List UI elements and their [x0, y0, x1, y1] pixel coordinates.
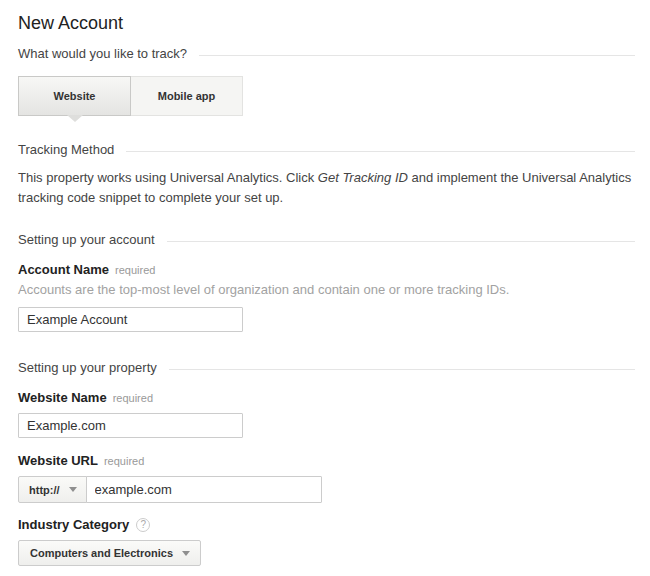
account-name-input[interactable] — [18, 307, 243, 332]
url-protocol-value: http:// — [29, 484, 60, 496]
website-name-input[interactable] — [18, 413, 243, 438]
required-badge: required — [104, 455, 144, 467]
industry-category-label-text: Industry Category — [18, 517, 129, 532]
industry-category-label: Industry Category ? — [18, 517, 635, 532]
divider-line — [126, 151, 635, 152]
required-badge: required — [113, 392, 153, 404]
website-name-label: Website Namerequired — [18, 390, 635, 406]
tab-website-label: Website — [54, 90, 96, 102]
required-badge: required — [115, 264, 155, 276]
section-heading-account: Setting up your account — [18, 232, 635, 248]
divider-line — [199, 55, 635, 56]
website-url-label: Website URLrequired — [18, 453, 635, 469]
property-section-label: Setting up your property — [18, 360, 157, 376]
account-name-helper: Accounts are the top-most level of organ… — [18, 282, 635, 298]
tracking-method-description: This property works using Universal Anal… — [18, 168, 635, 208]
page-title: New Account — [18, 12, 635, 34]
tab-mobile-app[interactable]: Mobile app — [130, 76, 243, 116]
divider-line — [169, 369, 635, 370]
description-prefix: This property works using Universal Anal… — [18, 170, 318, 185]
account-section-label: Setting up your account — [18, 232, 155, 248]
account-name-label: Account Namerequired — [18, 262, 635, 278]
website-url-row: http:// — [18, 476, 635, 503]
industry-category-value: Computers and Electronics — [30, 547, 173, 559]
tab-website[interactable]: Website — [18, 76, 131, 116]
section-heading-track: What would you like to track? — [18, 46, 635, 62]
get-tracking-id-text: Get Tracking ID — [318, 170, 408, 185]
chevron-down-icon — [182, 551, 190, 556]
website-url-input[interactable] — [86, 476, 322, 503]
tab-mobile-app-label: Mobile app — [158, 90, 215, 102]
website-url-label-text: Website URL — [18, 453, 98, 468]
new-account-form: New Account What would you like to track… — [0, 0, 650, 576]
section-heading-property: Setting up your property — [18, 360, 635, 376]
url-protocol-dropdown[interactable]: http:// — [18, 476, 87, 503]
section-heading-tracking-method: Tracking Method — [18, 142, 635, 158]
track-question-label: What would you like to track? — [18, 46, 187, 62]
account-name-label-text: Account Name — [18, 262, 109, 277]
website-name-label-text: Website Name — [18, 390, 107, 405]
industry-category-dropdown[interactable]: Computers and Electronics — [18, 540, 201, 566]
tracking-method-label: Tracking Method — [18, 142, 114, 158]
help-icon[interactable]: ? — [136, 518, 150, 532]
track-type-tabs: Website Mobile app — [18, 76, 635, 116]
divider-line — [167, 241, 635, 242]
chevron-down-icon — [69, 487, 77, 492]
